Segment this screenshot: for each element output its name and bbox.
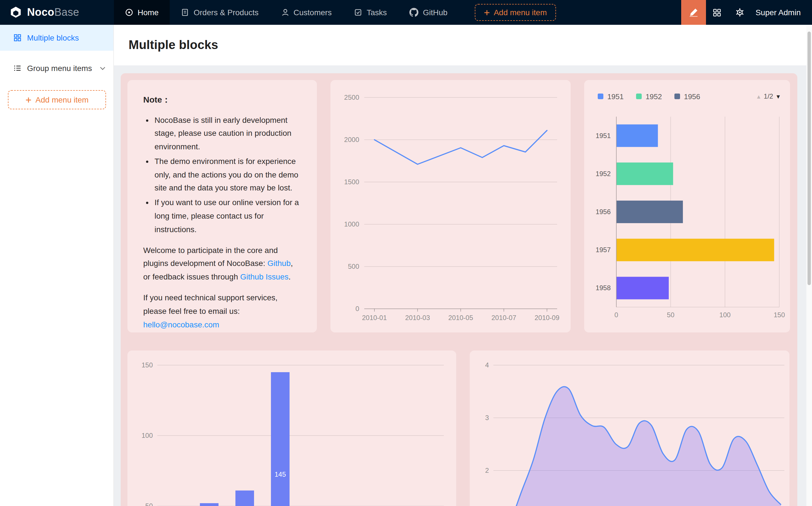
grid-icon xyxy=(713,8,722,17)
note-bullet: If you want to use our online version fo… xyxy=(154,196,301,237)
blocks-row-2: 50100150145 234 xyxy=(128,350,791,506)
app-title: NocoBase xyxy=(27,6,79,19)
svg-text:1952: 1952 xyxy=(596,170,611,177)
svg-text:100: 100 xyxy=(142,432,153,439)
app-root: NocoBase Home Orders & Products Customer… xyxy=(0,0,812,506)
svg-text:1951: 1951 xyxy=(596,132,611,140)
app-logo[interactable]: NocoBase xyxy=(0,0,114,25)
note-text: . xyxy=(288,272,291,281)
tasks-icon xyxy=(354,8,362,16)
main-area: Multiple blocks Note： NocoBase is still … xyxy=(114,25,812,506)
nav-item-orders-products[interactable]: Orders & Products xyxy=(170,0,270,25)
scrollbar-thumb[interactable] xyxy=(808,31,811,285)
svg-text:2010-09: 2010-09 xyxy=(534,314,560,322)
email-link[interactable]: hello@nocobase.com xyxy=(143,320,219,329)
nav-item-label: Orders & Products xyxy=(194,8,259,17)
legend-label: 1956 xyxy=(684,92,700,101)
nav-item-github[interactable]: GitHub xyxy=(398,0,459,25)
nocobase-logo-icon xyxy=(9,6,22,19)
nav-item-customers[interactable]: Customers xyxy=(270,0,343,25)
sidebar: Multiple blocks Group menu items Add men… xyxy=(0,25,114,506)
nav-item-label: Tasks xyxy=(367,8,387,17)
line-chart: 050010001500200025002010-012010-032010-0… xyxy=(330,80,571,332)
blocks-canvas: Note： NocoBase is still in early develop… xyxy=(121,73,797,506)
home-icon xyxy=(125,8,133,16)
plugin-manager-button[interactable] xyxy=(706,0,729,25)
svg-text:1957: 1957 xyxy=(596,246,611,254)
svg-text:4: 4 xyxy=(485,361,489,369)
blocks-grid-icon xyxy=(13,34,21,42)
svg-text:1956: 1956 xyxy=(596,208,611,216)
legend-page-indicator: 1/2 xyxy=(764,92,773,100)
note-block: Note： NocoBase is still in early develop… xyxy=(128,80,317,332)
plus-icon xyxy=(25,97,31,103)
hbar-chart-block: 195119521956▲1/2▼ 0501001501951195219561… xyxy=(584,80,790,332)
list-icon xyxy=(13,64,21,72)
navbar-right-actions: Super Admin xyxy=(681,0,812,25)
blocks-row-1: Note： NocoBase is still in early develop… xyxy=(128,80,791,332)
chart-legend: 195119521956▲1/2▼ xyxy=(584,88,790,105)
svg-text:100: 100 xyxy=(719,311,731,319)
svg-text:2010-03: 2010-03 xyxy=(405,314,430,322)
legend-page-up-icon[interactable]: ▲ xyxy=(756,93,761,99)
svg-text:145: 145 xyxy=(275,471,286,478)
note-bullet-list: NocoBase is still in early development s… xyxy=(143,113,301,236)
legend-swatch xyxy=(636,94,642,99)
page-scrollbar xyxy=(806,26,812,506)
svg-text:50: 50 xyxy=(667,311,674,319)
gear-icon xyxy=(735,8,744,17)
legend-item[interactable]: 1951 xyxy=(598,92,624,101)
svg-text:2010-01: 2010-01 xyxy=(362,314,387,322)
legend-item[interactable]: 1956 xyxy=(674,92,700,101)
add-menu-item-button-side[interactable]: Add menu item xyxy=(8,90,106,109)
nav-item-home[interactable]: Home xyxy=(114,0,170,25)
orders-icon xyxy=(181,8,189,16)
area-chart-block: 234 xyxy=(470,350,790,506)
bar-chart-block: 50100150145 xyxy=(128,350,456,506)
highlighter-icon xyxy=(689,8,698,17)
svg-text:1500: 1500 xyxy=(344,178,359,186)
github-link[interactable]: Github xyxy=(268,259,291,268)
legend-item[interactable]: 1952 xyxy=(636,92,662,101)
github-icon xyxy=(410,8,419,17)
nav-item-label: GitHub xyxy=(423,8,447,17)
top-navbar: NocoBase Home Orders & Products Customer… xyxy=(0,0,812,25)
page-title: Multiple blocks xyxy=(129,38,218,53)
svg-text:500: 500 xyxy=(348,263,359,270)
legend-label: 1952 xyxy=(646,92,662,101)
sidebar-item-label: Group menu items xyxy=(27,64,92,73)
ui-editor-button[interactable] xyxy=(681,0,706,25)
legend-pager: ▲1/2▼ xyxy=(756,92,781,100)
add-menu-item-label: Add menu item xyxy=(35,95,88,104)
chevron-down-icon xyxy=(100,66,105,70)
settings-button[interactable] xyxy=(729,0,751,25)
bar-chart: 50100150145 xyxy=(128,350,456,506)
svg-text:50: 50 xyxy=(145,502,153,506)
note-text: If you need technical support services, … xyxy=(143,293,278,316)
sidebar-item-multiple-blocks[interactable]: Multiple blocks xyxy=(0,25,113,51)
sidebar-item-label: Multiple blocks xyxy=(27,33,79,42)
current-user-menu[interactable]: Super Admin xyxy=(751,8,812,17)
hbar-chart: 05010015019511952195619571958 xyxy=(584,105,790,332)
page-header: Multiple blocks xyxy=(114,25,812,65)
github-issues-link[interactable]: Github Issues xyxy=(240,272,288,281)
note-title: Note： xyxy=(143,92,301,107)
customers-icon xyxy=(281,8,289,16)
legend-swatch xyxy=(598,94,603,99)
note-bullet: The demo environment is for experience o… xyxy=(154,155,301,195)
sidebar-item-group-menu-items[interactable]: Group menu items xyxy=(0,55,113,81)
main-menu: Home Orders & Products Customers Tasks xyxy=(114,0,556,25)
svg-text:1000: 1000 xyxy=(344,220,359,228)
note-bullet: NocoBase is still in early development s… xyxy=(154,113,301,154)
nav-item-label: Home xyxy=(138,8,159,17)
svg-text:1958: 1958 xyxy=(596,284,611,291)
legend-page-down-icon[interactable]: ▼ xyxy=(776,93,781,99)
svg-text:0: 0 xyxy=(356,305,359,313)
svg-text:2500: 2500 xyxy=(344,94,359,101)
nav-item-tasks[interactable]: Tasks xyxy=(343,0,398,25)
note-paragraph-2: If you need technical support services, … xyxy=(143,291,301,332)
note-paragraph-1: Welcome to participate in the core and p… xyxy=(143,244,301,284)
plus-icon xyxy=(484,9,490,15)
svg-text:3: 3 xyxy=(485,414,489,421)
add-menu-item-button-top[interactable]: Add menu item xyxy=(474,4,556,21)
